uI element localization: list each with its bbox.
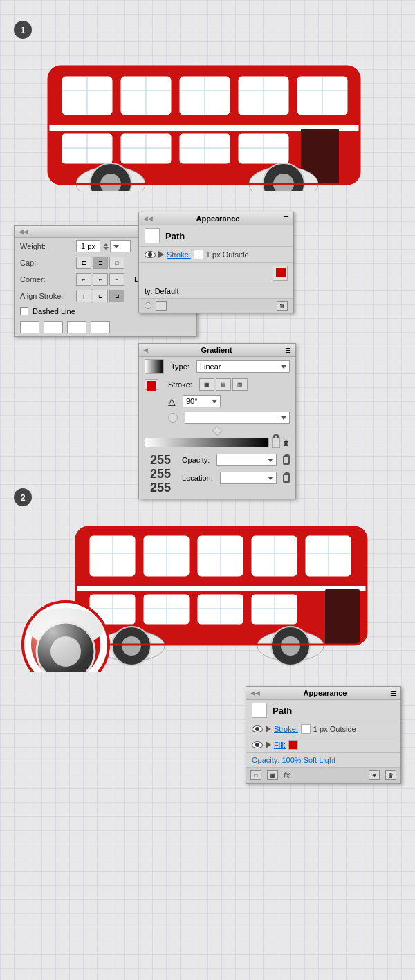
weight-unit-dropdown[interactable] bbox=[110, 240, 131, 252]
appearance2-stroke-swatch bbox=[301, 724, 311, 734]
gradient-lock[interactable] bbox=[272, 437, 280, 448]
appearance1-stroke-label[interactable]: Stroke: bbox=[167, 250, 191, 259]
appearance1-stroke-value: 1 px Outside bbox=[206, 250, 249, 259]
weight-label: Weight: bbox=[20, 242, 72, 250]
gradient-lock-icon2[interactable] bbox=[283, 474, 290, 483]
gradient-lock-icon[interactable] bbox=[283, 456, 290, 465]
appearance2-panel: ◀◀ Appearance ☰ Path Stroke: 1 px Outsid… bbox=[246, 686, 401, 784]
appearance2-icon-square[interactable]: □ bbox=[250, 770, 261, 780]
gradient-stroke-btn3[interactable]: ▥ bbox=[232, 378, 248, 391]
dash-input2[interactable] bbox=[44, 321, 63, 333]
dash-input4[interactable] bbox=[91, 321, 110, 333]
appearance2-eye2[interactable] bbox=[252, 741, 263, 748]
appearance1-path-label: Path bbox=[165, 231, 185, 241]
weight-input[interactable]: 1 px bbox=[76, 240, 100, 252]
gradient-swatch bbox=[145, 359, 164, 374]
gradient-stroke-spacer bbox=[145, 379, 164, 390]
gradient-extra-dropdown[interactable] bbox=[185, 412, 290, 424]
appearance1-icon1[interactable] bbox=[156, 301, 167, 311]
align-label: Align Stroke: bbox=[20, 292, 72, 300]
appearance1-title: Appearance bbox=[196, 214, 240, 223]
appearance2-white-box bbox=[252, 703, 267, 718]
appearance2-opacity-text[interactable]: Opacity: 100% Soft Light bbox=[252, 756, 335, 764]
align-btn-center[interactable]: | bbox=[76, 290, 91, 302]
dash-inputs-row bbox=[15, 318, 196, 336]
gradient-stroke-label: Stroke: bbox=[168, 380, 192, 389]
appearance1-panel: ◀◀ Appearance ☰ Path Stroke: 1 px Outsid… bbox=[138, 212, 294, 313]
appearance1-opacity-text: ty: Default bbox=[145, 287, 179, 295]
cap-btn-round[interactable]: ⊐ bbox=[93, 257, 108, 269]
appearance2-fill-label[interactable]: Fill: bbox=[274, 741, 286, 749]
gradient-stroke-btn1[interactable]: ▦ bbox=[199, 378, 214, 391]
appearance1-stroke-row: Stroke: 1 px Outside bbox=[139, 247, 293, 263]
gradient-angle-icon: △ bbox=[168, 396, 176, 407]
corner-label: Corner: bbox=[20, 275, 72, 284]
appearance2-menu[interactable]: ☰ bbox=[390, 690, 396, 697]
stroke-panel-dots: ◀◀ bbox=[19, 228, 28, 235]
appearance2-copy-icon[interactable]: ⊕ bbox=[369, 770, 380, 780]
cap-btn-butt[interactable]: ⊏ bbox=[76, 257, 91, 269]
gradient-stroke-btn2[interactable]: ▤ bbox=[216, 378, 231, 391]
appearance2-path-label: Path bbox=[273, 705, 292, 716]
gradient-bar[interactable] bbox=[145, 438, 269, 447]
corner-btn-bevel[interactable]: ⌐ bbox=[109, 273, 124, 286]
gradient-sliders: Opacity: Location: bbox=[182, 452, 290, 486]
appearance2-fill-row: Fill: bbox=[246, 737, 400, 753]
appearance2-fill-swatch bbox=[288, 740, 298, 750]
appearance1-red-swatch bbox=[273, 266, 288, 281]
appearance1-expand[interactable] bbox=[158, 251, 164, 258]
appearance1-delete-icon[interactable]: 🗑 bbox=[277, 301, 288, 311]
appearance2-eye1[interactable] bbox=[252, 725, 263, 732]
corner-btn-miter[interactable]: ⌐ bbox=[76, 273, 91, 286]
appearance2-area: ◀◀ Appearance ☰ Path Stroke: 1 px Outsid… bbox=[0, 686, 415, 804]
appearance2-delete-icon[interactable]: 🗑 bbox=[385, 770, 396, 780]
dashed-checkbox[interactable] bbox=[20, 307, 28, 315]
gradient-angle-dropdown[interactable]: 90° bbox=[183, 395, 221, 407]
appearance1-stroke-swatch bbox=[194, 250, 203, 259]
weight-arrows[interactable] bbox=[103, 243, 109, 250]
appearance1-path-row: Path bbox=[139, 225, 293, 247]
gradient-diamond-row bbox=[139, 426, 295, 436]
svg-rect-66 bbox=[325, 589, 360, 645]
cap-btn-square[interactable]: □ bbox=[109, 257, 124, 269]
gradient-extra-row bbox=[139, 409, 295, 426]
gradient-type-label: Type: bbox=[171, 362, 190, 371]
gradient-menu[interactable]: ☰ bbox=[285, 346, 291, 354]
gradient-diamond bbox=[212, 426, 222, 436]
appearance1-menu[interactable]: ☰ bbox=[283, 215, 289, 223]
appearance1-eye[interactable] bbox=[145, 251, 156, 258]
dash-input1[interactable] bbox=[20, 321, 39, 333]
gradient-opacity-row: Opacity: bbox=[182, 452, 290, 468]
gradient-bar-row: 🗑 bbox=[139, 436, 295, 450]
appearance2-icons: □ ▦ fx ⊕ 🗑 bbox=[246, 768, 400, 783]
appearance2-stroke-value: 1 px Outside bbox=[313, 725, 356, 733]
appearance1-white-box bbox=[145, 228, 160, 243]
section1: 1 bbox=[0, 0, 415, 205]
gradient-type-dropdown[interactable]: Linear bbox=[196, 360, 290, 373]
corner-btn-round[interactable]: ⌐ bbox=[93, 273, 108, 286]
gradient-trash[interactable]: 🗑 bbox=[283, 439, 290, 447]
gradient-numbers-row: 255 255 255 Opacity: Location: bbox=[139, 450, 295, 499]
appearance2-path-row: Path bbox=[246, 700, 400, 721]
bus1-container bbox=[21, 46, 394, 191]
appearance1-icons: 🗑 bbox=[139, 299, 293, 313]
gradient-title: Gradient bbox=[201, 346, 232, 354]
appearance1-opacity-row: ty: Default bbox=[139, 284, 293, 299]
align-btn-outside[interactable]: ⊐ bbox=[109, 290, 124, 302]
appearance2-dots-left: ◀◀ bbox=[250, 690, 260, 696]
appearance2-expand2[interactable] bbox=[266, 741, 271, 748]
align-btn-inside[interactable]: ⊏ bbox=[93, 290, 108, 302]
appearance2-expand1[interactable] bbox=[266, 725, 271, 732]
appearance2-icon-grid[interactable]: ▦ bbox=[267, 770, 278, 780]
appearance2-stroke-label[interactable]: Stroke: bbox=[274, 725, 298, 733]
gradient-header: ◀ Gradient ☰ bbox=[139, 344, 295, 357]
appearance2-title: Appearance bbox=[304, 689, 347, 697]
appearance1-circle-icon bbox=[145, 302, 151, 309]
dash-input3[interactable] bbox=[67, 321, 86, 333]
gradient-opacity-dropdown[interactable] bbox=[216, 454, 277, 466]
bus2-container bbox=[14, 513, 387, 672]
appearance2-header: ◀◀ Appearance ☰ bbox=[246, 687, 400, 700]
appearance2-fx-label[interactable]: fx bbox=[284, 770, 290, 780]
gradient-location-dropdown[interactable] bbox=[220, 472, 277, 484]
dashed-label: Dashed Line bbox=[33, 307, 75, 315]
